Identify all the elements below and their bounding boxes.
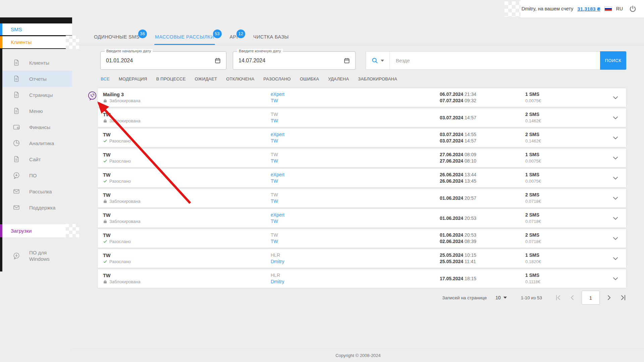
mailing-sender-link[interactable]: TW	[271, 138, 440, 144]
calendar-icon[interactable]	[214, 57, 221, 64]
table-row[interactable]: TW Разослано TW TW 27.06.2024 08:0927.06…	[97, 148, 627, 168]
balance-link[interactable]: 31,3183 ₴	[577, 6, 600, 12]
sidebar-section-clients[interactable]: Клиенты	[2, 36, 72, 48]
mailing-dates: 01.06.2024 20:57	[440, 195, 525, 201]
calendar-icon[interactable]	[343, 57, 350, 64]
table-row[interactable]: TW Заблокирована HLR Dmitry 17.05.2024 1…	[97, 269, 627, 288]
status-filter-moderation[interactable]: МОДЕРАЦИЯ	[119, 76, 147, 81]
sidebar-item-support[interactable]: Поддержка	[2, 199, 72, 216]
mailing-sender-link[interactable]: Dmitry	[271, 279, 440, 285]
chevron-down-icon[interactable]	[611, 234, 620, 242]
last-page-icon[interactable]	[620, 294, 627, 301]
pagination: Записей на странице 10 1-10 из 53 1	[335, 290, 627, 305]
mailing-sender-link[interactable]: TW	[271, 158, 440, 164]
chevron-down-icon[interactable]	[611, 134, 620, 142]
table-row[interactable]: TW Заблокирована TW TW 03.07.2024 14:57 …	[97, 108, 627, 127]
mailing-sender-link[interactable]: TW	[271, 178, 440, 184]
sidebar-section-downloads[interactable]: Загрузки	[2, 224, 72, 237]
viber-icon[interactable]	[87, 91, 97, 101]
sidebar-item-software[interactable]: ПО	[2, 167, 72, 183]
mailing-channel[interactable]: eXpert	[271, 91, 440, 98]
mailing-sender-link[interactable]: TW	[271, 98, 440, 104]
chevron-down-icon[interactable]	[611, 214, 620, 222]
table-row[interactable]: TW Разослано HLR Dmitry 25.05.2024 10:15…	[97, 249, 627, 268]
sms-price: 0.0718€	[525, 238, 541, 245]
chevron-down-icon[interactable]	[611, 174, 620, 182]
previous-page-icon[interactable]	[569, 294, 576, 301]
sidebar-item-analytics[interactable]: Аналитика	[2, 135, 72, 151]
pagination-range: 1-10 из 53	[521, 295, 542, 300]
tab-base-cleaning[interactable]: ЧИСТКА БАЗЫ	[253, 34, 289, 45]
chevron-down-icon[interactable]	[611, 254, 620, 262]
mailing-datetime: 03.07.2024 14:55	[440, 131, 525, 138]
table-row[interactable]: TW Разослано eXpert TW 03.07.2024 14:550…	[97, 128, 627, 147]
mailing-sender-link[interactable]: Dmitry	[271, 258, 440, 265]
table-row[interactable]: TW Заблокирована TW TW 01.06.2024 20:57 …	[97, 188, 627, 208]
next-page-icon[interactable]	[606, 294, 612, 301]
first-page-icon[interactable]	[555, 294, 561, 301]
mailing-sender-link[interactable]: TW	[271, 118, 440, 124]
mailing-channel[interactable]: eXpert	[271, 131, 440, 138]
search-input[interactable]	[390, 52, 600, 69]
lock-icon	[103, 280, 107, 284]
date-from-field[interactable]: Введите начальную дату 01.01.2024	[100, 51, 226, 70]
mailing-channel[interactable]: eXpert	[271, 212, 440, 218]
mailing-sender-link[interactable]: TW	[271, 218, 440, 225]
copyright-text: Copyright © 2008-2024	[335, 353, 381, 358]
sidebar-item-clients[interactable]: Клиенты	[2, 55, 72, 71]
mailing-sender-link[interactable]: TW	[271, 238, 440, 245]
tab-label: ОДИНОЧНЫЕ SMS	[94, 34, 140, 40]
date-from-value[interactable]: 01.01.2024	[101, 58, 214, 64]
tab-single-sms[interactable]: ОДИНОЧНЫЕ SMS 36	[94, 34, 140, 45]
check-icon	[103, 139, 107, 143]
envelope-icon	[12, 203, 20, 212]
tab-bulk-mailings[interactable]: МАССОВЫЕ РАССЫЛКИ 53	[155, 34, 214, 45]
table-row[interactable]: TW Разослано TW TW 01.06.2024 20:5302.06…	[97, 229, 627, 248]
per-page-select[interactable]: 10	[495, 295, 507, 300]
sidebar-item-pages[interactable]: Страницы	[2, 87, 72, 103]
sidebar-item-reports[interactable]: Отчеты	[2, 71, 72, 87]
sidebar-item-label: Сайт	[29, 157, 41, 162]
mailing-status: Заблокирована	[103, 219, 271, 224]
date-to-value[interactable]: 14.07.2024	[233, 58, 343, 64]
status-filter-all[interactable]: ВСЕ	[101, 76, 110, 81]
status-filter-deleted[interactable]: УДАЛЕНА	[328, 76, 349, 81]
sidebar-item-mailing[interactable]: Рассылка	[2, 183, 72, 199]
sidebar-item-software-windows[interactable]: ПО для Windows	[2, 246, 72, 265]
chevron-down-icon[interactable]	[611, 114, 620, 122]
date-to-field[interactable]: Введите конечную дату 14.07.2024	[233, 51, 356, 70]
search-scope-dropdown[interactable]	[366, 52, 390, 69]
mailing-dates: 27.06.2024 08:0927.06.2024 08:10	[440, 152, 525, 164]
sidebar-item-finances[interactable]: Финансы	[2, 119, 72, 135]
sidebar-item-site[interactable]: Сайт	[2, 151, 72, 167]
tab-api[interactable]: API 12	[230, 34, 238, 45]
chevron-down-icon[interactable]	[611, 275, 620, 283]
chevron-down-icon[interactable]	[611, 194, 620, 202]
status-filter-disabled[interactable]: ОТКЛЮЧЕНА	[226, 76, 254, 81]
status-filter-waiting[interactable]: ОЖИДАЕТ	[195, 76, 217, 81]
per-page-value: 10	[495, 295, 501, 300]
status-filter-blocked[interactable]: ЗАБЛОКИРОВАНА	[358, 76, 397, 81]
chevron-down-icon[interactable]	[611, 94, 620, 102]
sidebar-item-menu[interactable]: Меню	[2, 103, 72, 119]
tab-badge: 53	[213, 29, 222, 38]
status-filter-sent[interactable]: РАЗОСЛАНО	[263, 76, 291, 81]
document-icon	[12, 75, 20, 83]
language-selector[interactable]: RU	[616, 6, 623, 11]
logout-power-icon[interactable]	[629, 5, 637, 13]
status-filter-in-progress[interactable]: В ПРОЦЕССЕ	[156, 76, 186, 81]
table-row[interactable]: TW Разослано eXpert TW 26.06.2024 13:442…	[97, 168, 627, 188]
status-label: Разослано	[109, 239, 131, 244]
search-button[interactable]: ПОИСК	[600, 51, 626, 70]
status-filter-error[interactable]: ОШИБКА	[300, 76, 319, 81]
table-row[interactable]: Mailing 3 Заблокирована eXpert TW 06.07.…	[97, 88, 627, 107]
download-icon	[12, 171, 20, 179]
current-page-input[interactable]: 1	[582, 291, 600, 305]
chevron-down-icon[interactable]	[611, 154, 620, 162]
sidebar-menu: Клиенты Отчеты Страницы Меню Финансы Ана…	[2, 55, 72, 216]
table-row[interactable]: TW Заблокирована eXpert TW 01.06.2024 20…	[97, 208, 627, 228]
mailing-sender-link[interactable]: TW	[271, 198, 440, 204]
sidebar-section-sms[interactable]: SMS	[2, 23, 72, 35]
mailing-datetime: 26.06.2024 13:44	[440, 172, 525, 178]
mailing-channel[interactable]: eXpert	[271, 172, 440, 178]
